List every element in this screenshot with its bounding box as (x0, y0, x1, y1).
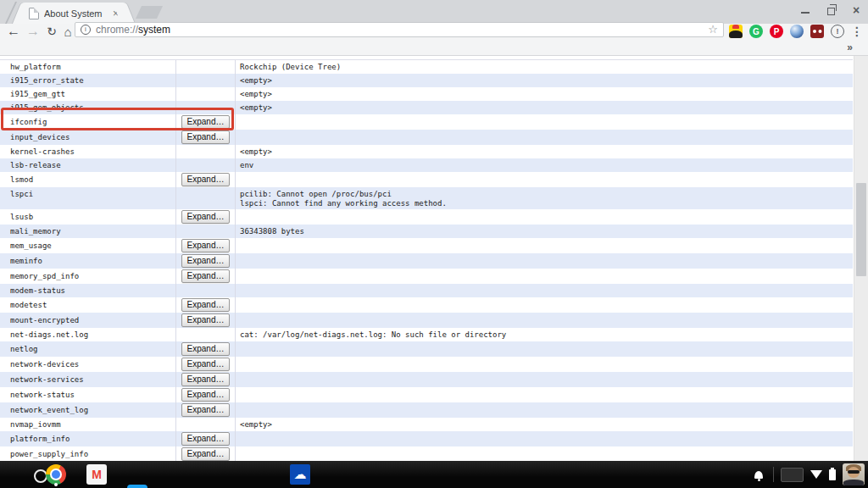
row-button-cell: Expand… (175, 431, 236, 446)
table-row-modetest: modetestExpand… (0, 297, 853, 313)
scrollbar-thumb[interactable] (856, 183, 866, 276)
expand-button-netlog[interactable]: Expand… (181, 342, 231, 356)
grammarly-extension-icon[interactable]: G (749, 25, 763, 38)
new-tab-button[interactable] (136, 6, 163, 19)
table-row-i915_error_state: i915_error_state<empty> (0, 74, 853, 87)
table-row-hw_platform: hw_platformRockchip (Device Tree) (0, 60, 853, 74)
row-button-cell: Expand… (175, 387, 236, 402)
row-name: mali_memory (0, 227, 175, 236)
row-name: i915_error_state (0, 76, 175, 85)
santa-extension-icon[interactable] (729, 25, 743, 38)
extension-row: GP! ⋮ (729, 21, 863, 42)
info-extension-icon[interactable]: ! (831, 25, 844, 38)
expand-button-lsmod[interactable]: Expand… (181, 173, 231, 186)
row-button-cell: Expand… (175, 209, 236, 225)
expand-button-input_devices[interactable]: Expand… (181, 130, 231, 144)
tray-separator (773, 467, 774, 482)
close-icon: × (853, 4, 860, 16)
twitter-icon[interactable] (127, 485, 147, 488)
expand-button-mem_usage[interactable]: Expand… (181, 239, 231, 252)
table-row-platform_info: platform_infoExpand… (0, 431, 853, 446)
home-button[interactable]: ⌂ (59, 20, 76, 42)
row-button-cell: Expand… (175, 446, 236, 462)
row-name: memory_spd_info (0, 272, 175, 280)
row-name: hw_platform (0, 63, 175, 71)
page-favicon-icon (29, 8, 39, 19)
tab-close-icon[interactable]: × (113, 8, 119, 19)
row-name: net-diags.net.log (0, 330, 175, 339)
chrome-icon[interactable] (46, 464, 66, 485)
row-value: <empty> (236, 147, 853, 156)
row-name: mount-encrypted (0, 316, 175, 324)
row-name: nvmap_iovmm (0, 420, 175, 429)
expand-button-meminfo[interactable]: Expand… (181, 254, 231, 268)
expand-button-mount-encrypted[interactable]: Expand… (181, 313, 231, 327)
row-button-cell: Expand… (175, 238, 236, 253)
reload-button[interactable]: ↻ (43, 20, 60, 42)
status-tray[interactable] (754, 461, 865, 488)
minimize-icon (801, 12, 810, 14)
row-name: mem_usage (0, 241, 175, 250)
back-button[interactable]: ← (5, 20, 22, 42)
expand-button-network-devices[interactable]: Expand… (181, 358, 231, 371)
row-button-cell (175, 418, 236, 431)
row-name: network_event_log (0, 406, 175, 414)
row-name: power_supply_info (0, 450, 175, 458)
table-row-network-services: network-servicesExpand… (0, 372, 853, 387)
omnibox[interactable]: i chrome://system ☆ (75, 22, 724, 37)
url-text: chrome://system (96, 24, 170, 36)
row-button-cell: Expand… (175, 357, 236, 372)
minimize-button[interactable] (798, 3, 812, 17)
row-button-cell: Expand… (175, 313, 236, 328)
scrollbar[interactable] (854, 56, 868, 461)
bookmark-star-icon[interactable]: ☆ (708, 24, 718, 36)
tab-title: About System (44, 8, 109, 19)
expand-button-network_event_log[interactable]: Expand… (181, 403, 231, 417)
row-name: network-status (0, 391, 175, 399)
window-preview-icon[interactable] (781, 468, 804, 482)
page-content: hw_platformRockchip (Device Tree)i915_er… (0, 56, 868, 461)
notification-bell-icon[interactable] (754, 471, 763, 479)
table-row-lsusb: lsusbExpand… (0, 209, 853, 225)
table-row-kernel-crashes: kernel-crashes<empty> (0, 145, 853, 158)
expand-button-modetest[interactable]: Expand… (181, 298, 231, 312)
table-row-meminfo: meminfoExpand… (0, 253, 853, 269)
pinterest-extension-icon[interactable]: P (770, 25, 783, 38)
gmail-glyph: M (92, 468, 102, 481)
avatar[interactable] (843, 463, 865, 485)
restore-icon (827, 8, 835, 15)
goggles-extension-icon[interactable] (810, 25, 824, 38)
bookmarks-overflow-chevron-icon[interactable]: » (847, 42, 853, 53)
row-name: modem-status (0, 286, 175, 295)
row-value: env (236, 161, 853, 169)
row-button-cell: Expand… (175, 172, 236, 187)
table-row-network-status: network-statusExpand… (0, 387, 853, 402)
row-value-line: lspci: Cannot find any working access me… (240, 199, 853, 208)
expand-button-network-services[interactable]: Expand… (181, 373, 231, 386)
browser-menu-button[interactable]: ⋮ (851, 24, 863, 39)
row-button-cell (175, 328, 236, 341)
shelf: M♪☁ (0, 461, 868, 488)
row-name: meminfo (0, 257, 175, 265)
gmail-icon[interactable]: M (86, 464, 107, 485)
row-name: netlog (0, 345, 175, 353)
row-button-cell (175, 87, 236, 101)
page-info-icon[interactable]: i (81, 25, 91, 35)
row-button-cell: Expand… (175, 297, 236, 313)
table-row-memory_spd_info: memory_spd_infoExpand… (0, 269, 853, 284)
globe-extension-icon[interactable] (790, 25, 804, 38)
onedrive-glyph: ☁ (294, 465, 307, 484)
table-row-lspci: lspcipcilib: Cannot open /proc/bus/pcils… (0, 187, 853, 209)
forward-button[interactable]: → (25, 20, 42, 42)
close-button[interactable]: × (849, 3, 863, 17)
row-value: <empty> (236, 420, 853, 429)
restore-button[interactable] (824, 3, 837, 17)
expand-button-memory_spd_info[interactable]: Expand… (181, 269, 231, 283)
expand-button-platform_info[interactable]: Expand… (181, 432, 231, 446)
table-row-network-devices: network-devicesExpand… (0, 357, 853, 372)
expand-button-network-status[interactable]: Expand… (181, 388, 231, 402)
expand-button-power_supply_info[interactable]: Expand… (181, 447, 231, 461)
onedrive-icon[interactable]: ☁ (290, 464, 310, 485)
row-name: kernel-crashes (0, 147, 175, 156)
expand-button-lsusb[interactable]: Expand… (181, 210, 231, 224)
